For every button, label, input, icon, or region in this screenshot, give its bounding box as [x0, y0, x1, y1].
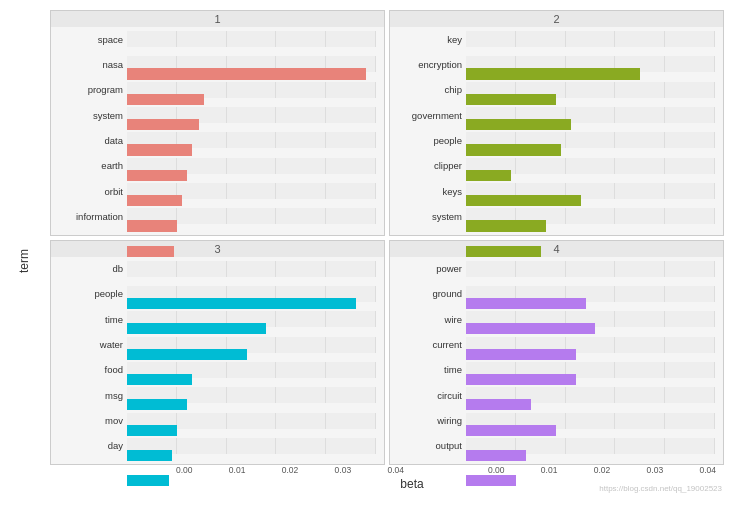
bar-fill [127, 119, 199, 130]
bar-label: time [55, 314, 127, 325]
bar-label: keys [394, 186, 466, 197]
panel-title-panel2: 2 [390, 11, 723, 27]
bar-row: power [394, 261, 715, 277]
bar-fill [127, 94, 204, 105]
bar-fill [127, 170, 187, 181]
bar-label: ground [394, 288, 466, 299]
bar-fill [466, 119, 571, 130]
bar-fill [466, 195, 581, 206]
bar-fill [466, 298, 586, 309]
bar-label: people [55, 288, 127, 299]
bar-label: wire [394, 314, 466, 325]
bar-row: clipper [394, 158, 715, 174]
bar-fill [466, 374, 576, 385]
panel-title-panel1: 1 [51, 11, 384, 27]
panel-title-panel4: 4 [390, 241, 723, 257]
bar-fill [127, 246, 174, 257]
panel-title-panel3: 3 [51, 241, 384, 257]
bar-label: food [55, 364, 127, 375]
bar-fill [127, 475, 169, 486]
bar-row: msg [55, 387, 376, 403]
bar-fill [127, 450, 172, 461]
bar-label: information [55, 211, 127, 222]
panel-inner-panel2: keyencryptionchipgovernmentpeopleclipper… [394, 31, 715, 227]
bar-fill [466, 349, 576, 360]
bar-label: government [394, 110, 466, 121]
bar-fill [127, 425, 177, 436]
bar-label: system [55, 110, 127, 121]
bar-label: day [55, 440, 127, 451]
bar-fill [127, 195, 182, 206]
y-axis-label: term [17, 249, 31, 273]
bar-fill [466, 170, 511, 181]
bar-label: water [55, 339, 127, 350]
panel-panel2: 2keyencryptionchipgovernmentpeopleclippe… [389, 10, 724, 236]
bar-label: chip [394, 84, 466, 95]
bar-row: system [394, 208, 715, 224]
bar-fill [127, 399, 187, 410]
bar-row: program [55, 82, 376, 98]
bar-label: current [394, 339, 466, 350]
bar-fill [466, 94, 556, 105]
bar-row: circuit [394, 387, 715, 403]
bar-row: data [55, 132, 376, 148]
bar-fill [466, 399, 531, 410]
bar-row: system [55, 107, 376, 123]
panel-inner-panel3: dbpeopletimewaterfoodmsgmovday [55, 261, 376, 457]
bar-label: earth [55, 160, 127, 171]
bar-area [466, 31, 715, 47]
bar-label: nasa [55, 59, 127, 70]
bar-label: wiring [394, 415, 466, 426]
bar-label: system [394, 211, 466, 222]
bar-label: key [394, 34, 466, 45]
bar-row: output [394, 438, 715, 454]
bar-label: time [394, 364, 466, 375]
panel-panel1: 1spacenasaprogramsystemdataearthorbitinf… [50, 10, 385, 236]
bar-fill [127, 220, 177, 231]
bar-fill [127, 68, 366, 79]
bar-fill [127, 374, 192, 385]
bar-fill [466, 144, 561, 155]
bar-label: data [55, 135, 127, 146]
bar-fill [127, 349, 247, 360]
chart-container: term 1spacenasaprogramsystemdataearthorb… [0, 0, 734, 521]
bar-fill [466, 425, 556, 436]
bar-fill [466, 450, 526, 461]
bar-label: output [394, 440, 466, 451]
bar-fill [466, 475, 516, 486]
chart-grid: 1spacenasaprogramsystemdataearthorbitinf… [50, 10, 724, 465]
bar-label: space [55, 34, 127, 45]
bar-row: mov [55, 413, 376, 429]
bar-row: food [55, 362, 376, 378]
bar-row: db [55, 261, 376, 277]
bar-area [127, 31, 376, 47]
bar-label: orbit [55, 186, 127, 197]
bar-label: encryption [394, 59, 466, 70]
bar-row: space [55, 31, 376, 47]
panel-panel4: 4powergroundwirecurrenttimecircuitwiring… [389, 240, 724, 466]
watermark: https://blog.csdn.net/qq_19002523 [599, 484, 722, 493]
panel-inner-panel1: spacenasaprogramsystemdataearthorbitinfo… [55, 31, 376, 227]
bar-label: circuit [394, 390, 466, 401]
bar-label: mov [55, 415, 127, 426]
bar-row: information [55, 208, 376, 224]
bar-label: clipper [394, 160, 466, 171]
bar-row: day [55, 438, 376, 454]
bar-row: orbit [55, 183, 376, 199]
bar-fill [127, 144, 192, 155]
bar-row: earth [55, 158, 376, 174]
panel-inner-panel4: powergroundwirecurrenttimecircuitwiringo… [394, 261, 715, 457]
bar-label: people [394, 135, 466, 146]
bar-label: power [394, 263, 466, 274]
bar-row: key [394, 31, 715, 47]
bar-area [127, 261, 376, 277]
bar-label: program [55, 84, 127, 95]
bar-fill [466, 323, 595, 334]
bar-fill [466, 246, 541, 257]
bar-label: msg [55, 390, 127, 401]
bar-fill [466, 68, 640, 79]
bar-area [466, 261, 715, 277]
panel-panel3: 3dbpeopletimewaterfoodmsgmovday [50, 240, 385, 466]
bar-fill [466, 220, 546, 231]
bar-fill [127, 298, 356, 309]
